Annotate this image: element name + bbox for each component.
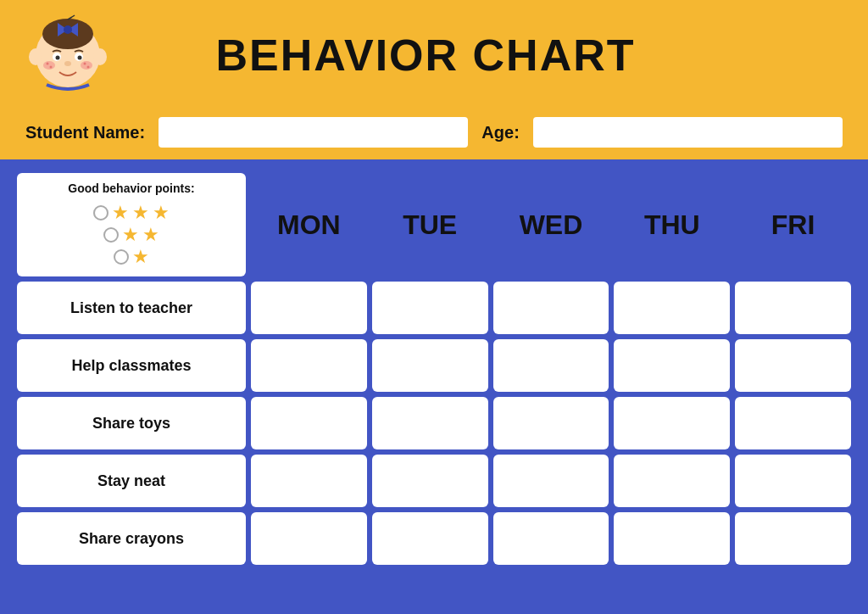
day-header-mon: MON (251, 173, 367, 276)
star-icon: ★ (122, 226, 139, 244)
age-input[interactable] (533, 117, 843, 148)
svg-point-9 (56, 56, 60, 60)
svg-point-15 (84, 63, 86, 65)
behavior-stay-neat: Stay neat (17, 455, 246, 507)
cell-toys-thu[interactable] (614, 397, 730, 449)
day-header-tue: TUE (372, 173, 488, 276)
cell-neat-tue[interactable] (372, 455, 488, 507)
svg-line-6 (72, 15, 75, 17)
cell-neat-thu[interactable] (614, 455, 730, 507)
legend-cell: Good behavior points: ★ ★ ★ ★ ★ ★ (17, 173, 246, 276)
cell-crayons-wed[interactable] (493, 512, 609, 565)
cell-help-mon[interactable] (251, 339, 367, 392)
star-icon: ★ (112, 204, 129, 222)
cell-neat-mon[interactable] (251, 455, 367, 507)
star-icon: ★ (132, 248, 149, 266)
svg-point-18 (29, 48, 42, 65)
cell-help-thu[interactable] (614, 339, 730, 392)
cell-neat-fri[interactable] (735, 455, 851, 507)
age-label: Age: (481, 123, 519, 142)
behavior-share-crayons: Share crayons (17, 512, 246, 565)
star-row-1: ★ (114, 248, 149, 266)
cell-help-tue[interactable] (372, 339, 488, 392)
student-bar: Student Name: Age: (0, 110, 868, 159)
day-header-wed: WED (493, 173, 609, 276)
cell-toys-mon[interactable] (251, 397, 367, 449)
cell-crayons-mon[interactable] (251, 512, 367, 565)
cell-listen-tue[interactable] (372, 282, 488, 334)
circle-icon (103, 227, 119, 243)
page-title: BEHAVIOR CHART (110, 30, 741, 81)
cell-help-fri[interactable] (735, 339, 851, 392)
chart-grid: Good behavior points: ★ ★ ★ ★ ★ ★ MON TU… (17, 173, 851, 565)
svg-point-14 (50, 66, 53, 69)
behavior-listen-to-teacher: Listen to teacher (17, 282, 246, 334)
cell-listen-thu[interactable] (614, 282, 730, 334)
cell-crayons-tue[interactable] (372, 512, 488, 565)
svg-point-4 (64, 25, 72, 34)
behavior-help-classmates: Help classmates (17, 339, 246, 392)
legend-title: Good behavior points: (68, 181, 194, 195)
cell-crayons-fri[interactable] (735, 512, 851, 565)
circle-icon (114, 249, 129, 265)
cell-listen-wed[interactable] (493, 282, 609, 334)
svg-point-10 (78, 56, 82, 60)
cell-toys-wed[interactable] (493, 397, 609, 449)
star-row-2: ★ ★ (103, 226, 159, 244)
student-name-input[interactable] (159, 117, 468, 148)
svg-point-11 (43, 61, 55, 70)
header: BEHAVIOR CHART (0, 0, 868, 110)
cell-listen-fri[interactable] (735, 282, 851, 334)
star-icon: ★ (142, 226, 159, 244)
cell-toys-fri[interactable] (735, 397, 851, 449)
cell-listen-mon[interactable] (251, 282, 367, 334)
cell-crayons-thu[interactable] (614, 512, 730, 565)
svg-point-17 (64, 61, 71, 66)
star-row-3: ★ ★ ★ (93, 204, 170, 222)
star-icon: ★ (153, 204, 170, 222)
cell-neat-wed[interactable] (493, 455, 609, 507)
student-name-label: Student Name: (25, 123, 145, 142)
behavior-share-toys: Share toys (17, 397, 246, 449)
day-header-fri: FRI (735, 173, 851, 276)
avatar-icon (25, 13, 110, 98)
cell-help-wed[interactable] (493, 339, 609, 392)
day-header-thu: THU (614, 173, 730, 276)
circle-icon (93, 205, 108, 220)
svg-point-16 (87, 66, 90, 69)
svg-point-19 (93, 48, 107, 65)
chart-area: Good behavior points: ★ ★ ★ ★ ★ ★ MON TU… (0, 159, 868, 614)
svg-point-12 (81, 61, 92, 70)
svg-point-13 (47, 63, 49, 65)
cell-toys-tue[interactable] (372, 397, 488, 449)
star-icon: ★ (132, 204, 149, 222)
